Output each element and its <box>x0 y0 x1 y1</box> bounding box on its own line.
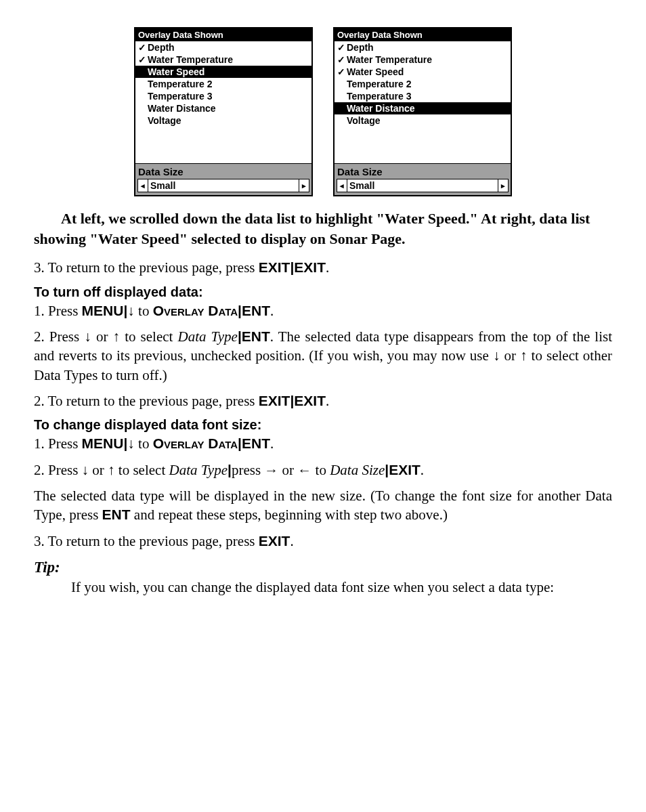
list-item[interactable]: Voltage <box>335 114 511 127</box>
size-value: Small <box>347 180 498 191</box>
step-2-fontsize: 2. Press ↓ or ↑ to select Data Type|pres… <box>34 461 612 479</box>
list-item[interactable]: ✓Depth <box>135 41 311 54</box>
step-1-fontsize: 1. Press MENU|↓ to Overlay Data|ENT. <box>34 434 612 453</box>
data-size-label: Data Size <box>335 164 511 179</box>
arrow-left-icon[interactable]: ◂ <box>337 179 347 192</box>
screen-title: Overlay Data Shown <box>335 28 511 41</box>
step-3a: 3. To return to the previous page, press… <box>34 258 612 277</box>
list-item[interactable]: Temperature 2 <box>335 78 511 90</box>
tip-body: If you wish, you can change the displaye… <box>71 579 612 596</box>
list-item[interactable]: Temperature 2 <box>135 78 311 90</box>
screenshots-row: Overlay Data Shown ✓Depth ✓Water Tempera… <box>34 27 612 196</box>
data-list[interactable]: ✓Depth ✓Water Temperature ✓Water Speed T… <box>335 41 511 164</box>
list-item[interactable]: ✓Depth <box>335 41 511 54</box>
screen-right: Overlay Data Shown ✓Depth ✓Water Tempera… <box>333 27 512 196</box>
heading-turn-off: To turn off displayed data: <box>34 284 612 300</box>
step-1-turnoff: 1. Press MENU|↓ to Overlay Data|ENT. <box>34 301 612 320</box>
size-selector[interactable]: ◂ Small ▸ <box>337 179 509 192</box>
list-item[interactable]: Voltage <box>135 114 311 127</box>
heading-font-size: To change displayed data font size: <box>34 417 612 433</box>
list-item-highlighted[interactable]: Water Distance <box>335 102 511 114</box>
arrow-right-icon[interactable]: ▸ <box>498 179 508 192</box>
screen-left: Overlay Data Shown ✓Depth ✓Water Tempera… <box>134 27 313 196</box>
check-icon: ✓ <box>138 42 148 53</box>
check-icon: ✓ <box>138 54 148 65</box>
size-selector[interactable]: ◂ Small ▸ <box>137 179 309 192</box>
data-size-label: Data Size <box>135 164 311 179</box>
list-item-highlighted[interactable]: Water Speed <box>135 66 311 78</box>
list-item[interactable]: Temperature 3 <box>335 90 511 102</box>
check-icon: ✓ <box>337 54 347 65</box>
step-2b-turnoff: 2. To return to the previous page, press… <box>34 391 612 410</box>
caption: At left, we scrolled down the data list … <box>34 209 612 249</box>
check-icon: ✓ <box>337 42 347 53</box>
tip-heading: Tip: <box>34 559 612 576</box>
list-item[interactable]: Temperature 3 <box>135 90 311 102</box>
list-item[interactable]: ✓Water Temperature <box>335 54 511 66</box>
check-icon: ✓ <box>337 66 347 77</box>
size-value: Small <box>148 180 299 191</box>
list-item[interactable]: Water Distance <box>135 102 311 114</box>
list-item[interactable]: ✓Water Speed <box>335 66 511 78</box>
arrow-right-icon[interactable]: ▸ <box>299 179 309 192</box>
screen-title: Overlay Data Shown <box>135 28 311 41</box>
step-3b-fontsize: 3. To return to the previous page, press… <box>34 532 612 551</box>
list-item[interactable]: ✓Water Temperature <box>135 54 311 66</box>
para-newsize: The selected data type will be displayed… <box>34 486 612 525</box>
arrow-left-icon[interactable]: ◂ <box>138 179 148 192</box>
data-list[interactable]: ✓Depth ✓Water Temperature Water Speed Te… <box>135 41 311 164</box>
step-2-turnoff: 2. Press ↓ or ↑ to select Data Type|ENT.… <box>34 327 612 385</box>
